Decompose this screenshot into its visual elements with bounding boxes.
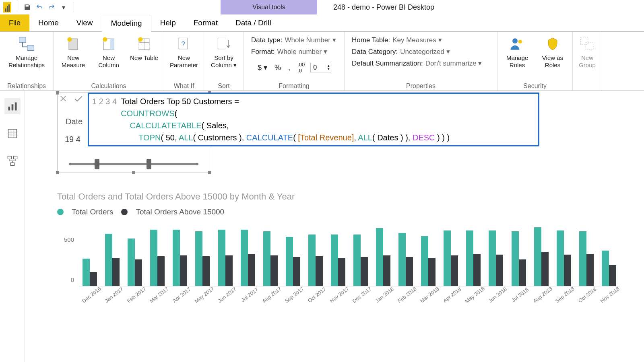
chart-bars [79,222,620,286]
bar[interactable] [83,259,90,286]
bar[interactable] [444,230,451,286]
data-type-dropdown[interactable]: Whole Number ▾ [285,36,336,44]
percent-button[interactable]: % [273,63,283,73]
svg-point-6 [103,37,107,42]
save-icon[interactable] [23,3,32,12]
bar[interactable] [308,234,316,286]
chart-visual[interactable]: Total Orders and Total Orders Above 1500… [57,191,620,302]
bar[interactable] [225,255,233,286]
format-dropdown[interactable]: Whole number ▾ [277,47,327,56]
tab-format[interactable]: Format [185,14,227,31]
bar[interactable] [496,255,503,286]
bar[interactable] [241,230,248,286]
bar[interactable] [376,228,383,286]
summarization-dropdown[interactable]: Don't summarize ▾ [425,59,482,68]
undo-icon[interactable] [35,3,44,12]
formula-commit-button[interactable] [72,93,85,105]
new-group-button[interactable]: New Group [575,33,599,70]
report-canvas[interactable]: Date 19 4 1 2 3 4 Total Orders Top 50 Cu… [25,91,644,362]
tab-file[interactable]: File [0,14,29,31]
bar[interactable] [353,234,361,286]
bar[interactable] [270,255,278,286]
new-table-button[interactable]: New Table [127,33,161,63]
bar[interactable] [564,255,571,286]
bar[interactable] [609,265,616,286]
bar[interactable] [338,258,345,286]
y-tick-label: 500 [64,236,74,243]
tab-view[interactable]: View [68,14,102,31]
bar[interactable] [602,251,609,286]
currency-button[interactable]: $ ▾ [256,62,269,73]
slider-track[interactable] [69,163,198,165]
bar[interactable] [579,231,586,286]
bar[interactable] [202,256,210,286]
formula-editor[interactable]: 1 2 3 4 Total Orders Top 50 Customers = … [88,93,539,146]
bar[interactable] [466,230,473,286]
bar[interactable] [90,272,97,286]
sort-by-column-button[interactable]: Sort by Column ▾ [206,33,241,70]
new-parameter-button[interactable]: ? New Parameter [167,33,201,70]
new-measure-button[interactable]: New Measure [56,33,91,70]
manage-roles-button[interactable]: Manage Roles [500,33,535,70]
bar[interactable] [263,231,270,286]
decimals-stepper[interactable]: ▲▼ [310,63,331,72]
model-view-button[interactable] [4,153,21,169]
bar[interactable] [112,258,120,286]
bar[interactable] [248,254,255,286]
view-as-roles-button[interactable]: View as Roles [535,33,570,70]
bar[interactable] [135,259,142,286]
bar[interactable] [428,258,436,286]
new-column-button[interactable]: New Column [91,33,126,70]
contextual-tab-visual-tools[interactable]: Visual tools [221,0,317,14]
tab-home[interactable]: Home [29,14,68,31]
slider-handle-start[interactable] [95,159,99,169]
ribbon: Manage Relationships Relationships New M… [0,31,644,91]
formula-cancel-button[interactable] [57,93,69,105]
bar[interactable] [519,259,526,286]
bar[interactable] [398,233,406,286]
label: New Column [92,54,125,69]
bar[interactable] [150,230,157,286]
bar[interactable] [173,230,180,286]
tab-data-drill[interactable]: Data / Drill [227,14,280,31]
data-category-dropdown[interactable]: Uncategorized ▾ [400,47,450,56]
dax-code[interactable]: Total Orders Top 50 Customers = COUNTROW… [121,95,450,144]
bar[interactable] [361,257,368,286]
report-view-button[interactable] [4,98,21,114]
qat-customize-icon[interactable]: ▾ [59,3,68,12]
data-view-button[interactable] [4,125,21,142]
spin-down-icon[interactable]: ▼ [327,68,330,71]
redo-icon[interactable] [47,3,56,12]
slider-handle-end[interactable] [147,159,151,169]
bar[interactable] [331,234,338,286]
bar[interactable] [586,254,594,286]
bar[interactable] [218,230,225,286]
thousands-button[interactable]: , [287,63,292,73]
decimals-input[interactable] [313,64,325,71]
bar[interactable] [489,230,496,286]
bar[interactable] [512,231,519,286]
decimal-icon[interactable]: .00.0 [296,61,306,74]
bar[interactable] [157,256,165,286]
bar[interactable] [541,252,549,286]
home-table-dropdown[interactable]: Key Measures ▾ [392,36,442,44]
bar[interactable] [316,256,323,286]
manage-relationships-button[interactable]: Manage Relationships [2,33,51,70]
bar[interactable] [180,255,187,286]
bar[interactable] [128,239,135,286]
bar[interactable] [293,257,300,286]
x-tick-label: Apr 2017 [171,286,192,304]
bar[interactable] [383,255,390,286]
group-label: Sort [206,82,241,90]
bar[interactable] [286,237,293,286]
bar[interactable] [105,234,112,286]
bar[interactable] [195,231,202,286]
tab-help[interactable]: Help [151,14,185,31]
bar[interactable] [534,227,541,286]
bar[interactable] [406,257,413,286]
tab-modeling[interactable]: Modeling [102,15,151,32]
bar[interactable] [421,236,428,286]
bar[interactable] [473,254,481,286]
bar[interactable] [451,255,458,286]
bar[interactable] [557,230,564,286]
